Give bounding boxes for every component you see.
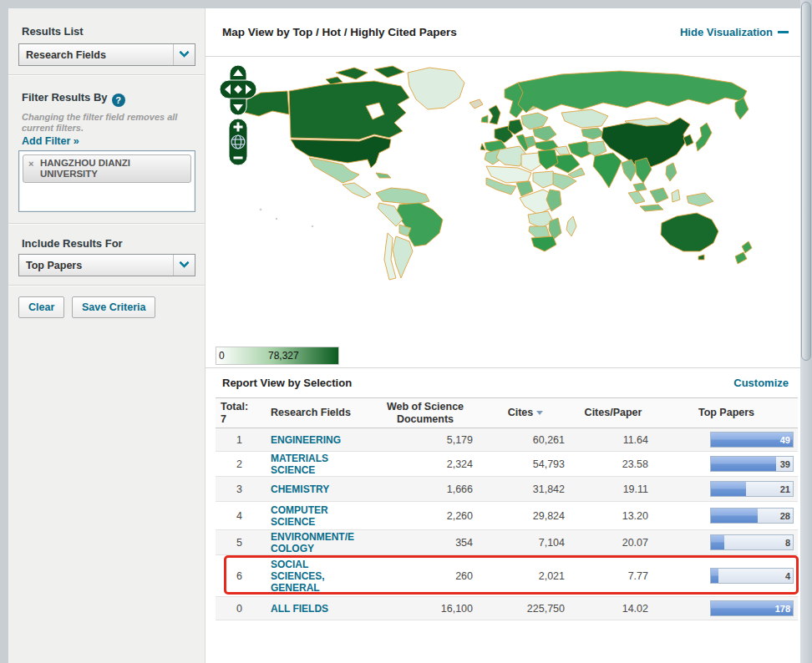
cites-cell: 7,104: [480, 530, 571, 555]
results-list-select[interactable]: Research Fields: [18, 43, 195, 66]
docs-cell: 1,666: [371, 477, 480, 502]
sidebar-divider: [8, 74, 205, 76]
report-view-title: Report View by Selection: [222, 377, 352, 389]
field-link[interactable]: MATERIALS SCIENCE: [271, 453, 328, 476]
filter-note: Changing the filter field removes all cu…: [22, 112, 192, 134]
table-row: 0 ALL FIELDS 16,100 225,750 14.02 178: [216, 597, 798, 620]
cites-per-paper-cell: 7.77: [571, 555, 655, 597]
add-filter-link[interactable]: Add Filter »: [22, 135, 79, 147]
research-fields-table: Total: 7 Research Fields Web of Science …: [216, 397, 798, 620]
top-papers-value: 21: [780, 484, 790, 494]
table-row: 2 MATERIALS SCIENCE 2,324 54,793 23.58 3…: [216, 452, 798, 477]
map-header: Map View by Top / Hot / Highly Cited Pap…: [206, 8, 800, 57]
report-section: Report View by Selection Customize Total…: [206, 367, 800, 620]
chevron-down-icon: [173, 44, 195, 65]
cites-per-paper-cell: 13.20: [571, 502, 655, 530]
sidebar-divider: [8, 285, 205, 286]
cites-per-paper-cell: 23.58: [571, 452, 655, 477]
include-results-heading: Include Results For: [22, 237, 123, 250]
docs-cell: 260: [371, 555, 480, 597]
docs-cell: 2,324: [371, 452, 480, 477]
vertical-scrollbar: [800, 0, 812, 663]
column-cites[interactable]: Cites: [480, 398, 571, 428]
chevron-down-icon: [173, 255, 195, 276]
sort-desc-icon: [536, 411, 543, 415]
legend-min-value: 0: [219, 350, 225, 362]
filter-sidebar: Results List Research Fields Filter Resu…: [8, 8, 206, 663]
main-panel: Map View by Top / Hot / Highly Cited Pap…: [206, 8, 800, 663]
top-papers-bar: 21: [710, 481, 794, 497]
results-list-heading: Results List: [22, 25, 84, 38]
cites-cell: 54,793: [480, 452, 571, 477]
customize-link[interactable]: Customize: [733, 377, 789, 389]
rank-cell: 5: [216, 530, 254, 555]
table-row: 1 ENGINEERING 5,179 60,261 11.64 49: [216, 428, 798, 452]
world-map-visualization[interactable]: [211, 59, 795, 335]
docs-cell: 2,260: [371, 502, 480, 530]
include-results-selected-value: Top Papers: [19, 260, 173, 271]
table-row: 5 ENVIRONMENT/E COLOGY 354 7,104 20.07 8: [216, 530, 798, 555]
cites-cell: 29,824: [480, 502, 571, 530]
table-header-row: Total: 7 Research Fields Web of Science …: [216, 398, 798, 428]
table-row: 4 COMPUTER SCIENCE 2,260 29,824 13.20 28: [216, 502, 798, 530]
top-papers-bar: 28: [710, 508, 794, 524]
top-papers-value: 4: [785, 571, 790, 581]
docs-cell: 5,179: [371, 428, 480, 452]
field-link[interactable]: ENGINEERING: [271, 434, 341, 446]
column-cites-per-paper[interactable]: Cites/Paper: [571, 398, 655, 428]
cites-cell: 2,021: [480, 555, 571, 597]
rank-cell: 0: [216, 597, 254, 620]
filter-tag: × HANGZHOU DIANZI UNIVERSITY: [23, 154, 191, 183]
docs-cell: 354: [371, 530, 480, 555]
map-zoom-control[interactable]: [228, 118, 248, 166]
field-link[interactable]: SOCIAL SCIENCES, GENERAL: [271, 559, 325, 594]
rank-cell: 4: [216, 502, 254, 530]
table-row-highlighted: 6 SOCIAL SCIENCES, GENERAL 260 2,021 7.7…: [216, 555, 798, 597]
column-top-papers[interactable]: Top Papers: [655, 398, 798, 428]
top-papers-bar: 4: [710, 568, 794, 584]
column-research-fields[interactable]: Research Fields: [254, 398, 371, 428]
cites-per-paper-cell: 19.11: [571, 477, 655, 502]
cites-per-paper-cell: 11.64: [571, 428, 655, 452]
field-link[interactable]: CHEMISTRY: [271, 483, 329, 495]
column-wos-documents[interactable]: Web of Science Documents: [371, 398, 480, 428]
top-papers-bar: 49: [710, 432, 794, 448]
top-papers-value: 178: [775, 604, 790, 614]
zoom-out-icon: [234, 157, 243, 159]
help-icon[interactable]: ?: [112, 94, 125, 107]
hide-visualization-link[interactable]: Hide Visualization: [680, 26, 773, 38]
legend-max-value: 78,327: [268, 350, 299, 362]
table-row: 3 CHEMISTRY 1,666 31,842 19.11 21: [216, 477, 798, 502]
filter-results-heading: Filter Results By?: [22, 91, 125, 107]
top-papers-value: 28: [780, 511, 790, 521]
scrollbar-thumb[interactable]: [801, 2, 811, 361]
rank-cell: 6: [216, 555, 254, 597]
save-criteria-button[interactable]: Save Criteria: [72, 296, 155, 318]
map-pan-control[interactable]: [219, 64, 257, 116]
include-results-select[interactable]: Top Papers: [18, 254, 195, 276]
remove-tag-icon[interactable]: ×: [28, 159, 33, 170]
cites-cell: 31,842: [480, 477, 571, 502]
cites-cell: 225,750: [480, 597, 571, 620]
map-view-title: Map View by Top / Hot / Highly Cited Pap…: [222, 26, 457, 38]
field-link[interactable]: ALL FIELDS: [271, 603, 328, 615]
active-filters-box: × HANGZHOU DIANZI UNIVERSITY: [18, 150, 195, 212]
top-papers-bar: 178: [710, 600, 794, 616]
top-papers-value: 49: [780, 435, 790, 445]
top-papers-bar: 39: [710, 456, 794, 472]
sidebar-divider: [8, 223, 205, 225]
top-papers-value: 8: [785, 538, 790, 548]
cites-cell: 60,261: [480, 428, 571, 452]
rank-cell: 2: [216, 452, 254, 477]
total-count-header: Total: 7: [216, 398, 254, 428]
map-area: 0 78,327: [206, 58, 800, 367]
top-papers-bar: 8: [710, 534, 794, 550]
cites-per-paper-cell: 20.07: [571, 530, 655, 555]
clear-button[interactable]: Clear: [18, 296, 64, 318]
rank-cell: 1: [216, 428, 254, 452]
cites-per-paper-cell: 14.02: [571, 597, 655, 620]
rank-cell: 3: [216, 477, 254, 502]
field-link[interactable]: COMPUTER SCIENCE: [271, 504, 328, 528]
field-link[interactable]: ENVIRONMENT/E COLOGY: [271, 531, 354, 554]
top-papers-value: 39: [780, 459, 790, 469]
